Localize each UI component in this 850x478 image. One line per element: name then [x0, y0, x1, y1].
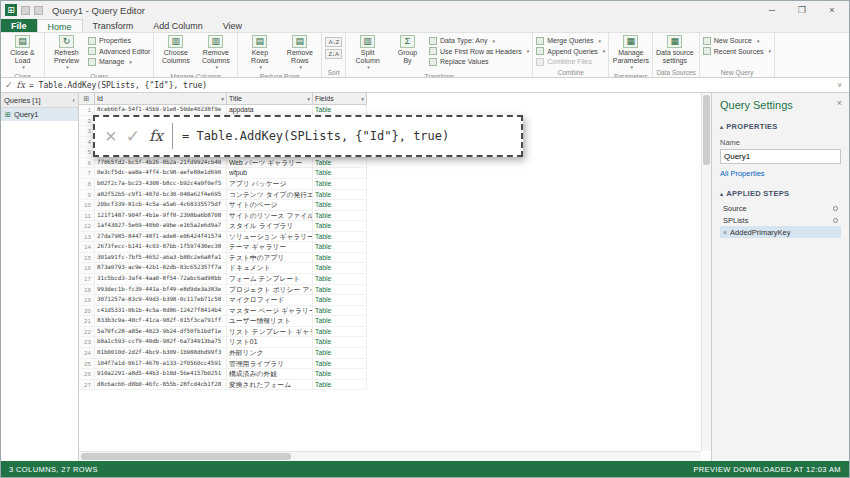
- keep-rows-button[interactable]: Keep Rows: [241, 35, 278, 72]
- delete-step-icon[interactable]: ×: [723, 229, 727, 236]
- table-row[interactable]: 70e3cf5dc-aa8a-4ff4-bc98-aefe88e1d690wfp…: [79, 168, 367, 179]
- tab-file[interactable]: File: [1, 19, 37, 32]
- table-row[interactable]: 1731c5bcd3-3af4-4aa0-8f54-72abc6ad98bbフォ…: [79, 274, 367, 285]
- tab-transform[interactable]: Transform: [83, 19, 144, 32]
- scrollbar-thumb[interactable]: [81, 453, 291, 460]
- tab-add-column[interactable]: Add Column: [143, 19, 213, 32]
- minimize-button[interactable]: ─: [759, 2, 785, 18]
- choose-columns-button[interactable]: Choose Columns: [157, 35, 194, 64]
- cell-id[interactable]: a82f52b5-c9f1-407d-bc30-048a62f4e695: [95, 190, 227, 201]
- sort-ascending-button[interactable]: A↓Z: [325, 37, 342, 47]
- cell-fields-table-link[interactable]: Table: [313, 105, 367, 116]
- sort-descending-button[interactable]: Z↓A: [325, 49, 342, 59]
- maximize-button[interactable]: ❐: [789, 2, 815, 18]
- cell-id[interactable]: 873a0793-ac9e-42b1-82db-83c652357f7a: [95, 263, 227, 274]
- split-column-button[interactable]: Split Column: [349, 35, 386, 72]
- data-type-button[interactable]: Data Type: Any: [429, 36, 529, 46]
- table-row[interactable]: 15301a91fc-7bf5-4652-a6a3-b88c2e6a8fa1テス…: [79, 253, 367, 264]
- select-all-corner[interactable]: ⊞: [79, 93, 95, 105]
- cell-fields-table-link[interactable]: Table: [313, 190, 367, 201]
- recent-sources-button[interactable]: Recent Sources: [703, 47, 771, 57]
- cell-fields-table-link[interactable]: Table: [313, 211, 367, 222]
- fx-icon[interactable]: fx: [17, 80, 25, 90]
- cell-id[interactable]: d8c6ac66-d8b0-46fc-855b-28fcd4cb1f28: [95, 380, 227, 391]
- cell-fields-table-link[interactable]: Table: [313, 348, 367, 359]
- tab-view[interactable]: View: [213, 19, 252, 32]
- cell-title[interactable]: アプリ パッケージ: [227, 179, 313, 190]
- step-settings-gear-icon[interactable]: [833, 206, 838, 211]
- table-row[interactable]: 16873a0793-ac9e-42b1-82db-83c652357f7aドキ…: [79, 263, 367, 274]
- close-settings-icon[interactable]: ×: [837, 98, 842, 108]
- cell-fields-table-link[interactable]: Table: [313, 253, 367, 264]
- table-row[interactable]: 225a70fc28-a85e-4023-9b24-df50fb1bdf1eリス…: [79, 327, 367, 338]
- manage-button[interactable]: Manage: [88, 57, 150, 67]
- cell-title[interactable]: 管理用ライブラリ: [227, 359, 313, 370]
- replace-values-button[interactable]: Replace Values: [429, 57, 529, 67]
- merge-queries-button[interactable]: Merge Queries: [536, 36, 605, 46]
- cell-title[interactable]: ソリューション ギャラリー: [227, 232, 313, 243]
- applied-step[interactable]: ×AddedPrimaryKey: [720, 226, 841, 238]
- cell-id[interactable]: 1af43027-5e69-40b0-a9be-e165a2e6d9a7: [95, 221, 227, 232]
- properties-button[interactable]: Properties: [88, 36, 150, 46]
- cell-title[interactable]: 変換されたフォーム: [227, 380, 313, 391]
- cell-title[interactable]: サイトのページ: [227, 200, 313, 211]
- column-header-title[interactable]: Title ▾: [227, 93, 313, 105]
- horizontal-scrollbar[interactable]: [79, 451, 701, 461]
- cell-fields-table-link[interactable]: Table: [313, 232, 367, 243]
- cell-title[interactable]: ドキュメント: [227, 263, 313, 274]
- all-properties-link[interactable]: All Properties: [720, 169, 841, 178]
- vertical-scrollbar[interactable]: [701, 93, 711, 451]
- cell-id[interactable]: 20bcf339-81cb-4c5a-a5a6-4c68335575df: [95, 200, 227, 211]
- table-row[interactable]: 18ceb66fa-54f1-45b9-91e8-50de40238f9eapp…: [79, 105, 367, 116]
- cell-id[interactable]: 2673fecc-b141-4c03-87bb-1f597430ec38: [95, 242, 227, 253]
- cell-id[interactable]: 833b3c9a-40cf-41ca-982f-015f3ca791ff: [95, 316, 227, 327]
- table-row[interactable]: 142673fecc-b141-4c03-87bb-1f597430ec38テー…: [79, 242, 367, 253]
- cell-title[interactable]: 外部リンク: [227, 348, 313, 359]
- cell-title[interactable]: コンテンツ タイプの発行エラー ログ: [227, 190, 313, 201]
- table-row[interactable]: 18993dec1b-fc39-441a-bf49-e8d9de3a383eプロ…: [79, 285, 367, 296]
- quick-access-icon[interactable]: [34, 6, 43, 15]
- cell-title[interactable]: wfpub: [227, 168, 313, 179]
- refresh-preview-button[interactable]: Refresh Preview: [48, 35, 85, 72]
- cell-title[interactable]: ユーザー情報リスト: [227, 316, 313, 327]
- filter-dropdown-icon[interactable]: ▾: [307, 96, 310, 102]
- tab-home[interactable]: Home: [37, 19, 83, 32]
- cell-fields-table-link[interactable]: Table: [313, 168, 367, 179]
- filter-dropdown-icon[interactable]: ▾: [361, 96, 364, 102]
- table-row[interactable]: 677065fd2-bc5f-4b26-8b2a-21fd9924cb40Web…: [79, 158, 367, 169]
- use-first-row-as-headers-button[interactable]: Use First Row as Headers: [429, 47, 529, 57]
- cell-id[interactable]: 31c5bcd3-3af4-4aa0-8f54-72abc6ad98bb: [95, 274, 227, 285]
- cell-fields-table-link[interactable]: Table: [313, 179, 367, 190]
- cell-title[interactable]: プロジェクト ポリシー アイテム リスト: [227, 285, 313, 296]
- manage-parameters-button[interactable]: Manage Parameters: [612, 35, 649, 72]
- cell-title[interactable]: マスター ページ ギャラリー: [227, 306, 313, 317]
- quick-access-icon[interactable]: [21, 6, 30, 15]
- close-and-load-button[interactable]: Close & Load: [4, 35, 41, 72]
- cell-fields-table-link[interactable]: Table: [313, 158, 367, 169]
- applied-step[interactable]: Source: [720, 202, 841, 214]
- cell-title[interactable]: リスト テンプレート ギャラリー: [227, 327, 313, 338]
- cell-fields-table-link[interactable]: Table: [313, 337, 367, 348]
- cell-id[interactable]: 5a70fc28-a85e-4023-9b24-df50fb1bdf1e: [95, 327, 227, 338]
- cell-fields-table-link[interactable]: Table: [313, 327, 367, 338]
- remove-rows-button[interactable]: Remove Rows: [281, 35, 318, 72]
- query-list-item[interactable]: ⊞ Query1: [1, 108, 78, 121]
- cell-title[interactable]: リスト01: [227, 337, 313, 348]
- table-row[interactable]: 23b8a1c593-ccf9-40db-982f-6a734913ba75リス…: [79, 337, 367, 348]
- cell-id[interactable]: b02f2c7a-bc23-4308-b8cc-b92c4a9f0ef5: [95, 179, 227, 190]
- column-header-fields[interactable]: Fields ▾: [313, 93, 367, 105]
- table-row[interactable]: 11121f1487-904f-4b1e-9ff8-2398ba6b8708サイ…: [79, 211, 367, 222]
- cell-fields-table-link[interactable]: Table: [313, 221, 367, 232]
- table-row[interactable]: 20c41d5331-0b1b-4c5a-8d86-12427f8414b4マス…: [79, 306, 367, 317]
- table-row[interactable]: 1020bcf339-81cb-4c5a-a5a6-4c68335575dfサイ…: [79, 200, 367, 211]
- cell-id[interactable]: 993dec1b-fc39-441a-bf49-e8d9de3a383e: [95, 285, 227, 296]
- formula-input[interactable]: = Table.AddKey(SPLists, {"Id"}, true): [29, 81, 830, 90]
- table-row[interactable]: 1327da7985-8447-48f1-ade8-e06424f41574ソリ…: [79, 232, 367, 243]
- group-by-button[interactable]: Group By: [389, 35, 426, 64]
- table-row[interactable]: 9a82f52b5-c9f1-407d-bc30-048a62f4e695コンテ…: [79, 190, 367, 201]
- cell-id[interactable]: 910a2291-a8d5-44b3-b10d-56e4157b0251: [95, 369, 227, 380]
- cell-fields-table-link[interactable]: Table: [313, 285, 367, 296]
- table-row[interactable]: 8b02f2c7a-bc23-4308-b8cc-b92c4a9f0ef5アプリ…: [79, 179, 367, 190]
- cell-title[interactable]: マイクロフィード: [227, 295, 313, 306]
- collapse-pane-icon[interactable]: ‹: [72, 96, 75, 105]
